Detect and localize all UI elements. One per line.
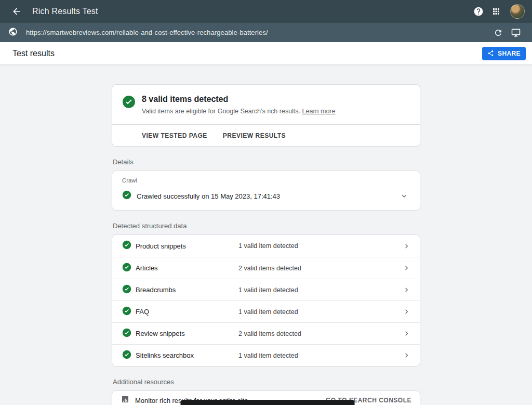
- summary-actions: VIEW TESTED PAGE PREVIEW RESULTS: [112, 124, 420, 146]
- check-circle-icon: [122, 328, 131, 339]
- crawl-status-text: Crawled successfully on 15 May 2023, 17:…: [137, 192, 280, 200]
- row-name: Articles: [136, 264, 238, 272]
- row-status: 2 valid items detected: [238, 265, 399, 272]
- url-bar: https://smartwebreviews.com/reliable-and…: [0, 23, 532, 42]
- chevron-right-icon[interactable]: [399, 326, 414, 341]
- results-bar: Test results SHARE: [0, 42, 532, 65]
- bar-chart-icon: [121, 395, 129, 405]
- bottom-dark-bar: [181, 400, 355, 405]
- globe-icon: [8, 27, 18, 38]
- user-avatar[interactable]: [510, 4, 525, 19]
- row-name: FAQ: [136, 308, 238, 316]
- structured-data-card: Product snippets 1 valid item detected A…: [112, 234, 420, 367]
- chevron-right-icon[interactable]: [399, 348, 414, 363]
- row-status: 1 valid item detected: [238, 352, 399, 359]
- crawl-row[interactable]: Crawled successfully on 15 May 2023, 17:…: [122, 189, 411, 203]
- chevron-right-icon[interactable]: [399, 261, 414, 276]
- share-button-label: SHARE: [498, 50, 521, 57]
- chevron-right-icon[interactable]: [399, 239, 414, 253]
- check-circle-icon: [122, 263, 131, 274]
- check-circle-icon: [122, 306, 131, 318]
- summary-title: 8 valid items detected: [142, 94, 335, 104]
- page-title: Test results: [12, 49, 55, 58]
- row-status: 2 valid items detected: [238, 330, 399, 337]
- share-button[interactable]: SHARE: [482, 47, 526, 60]
- preview-results-button[interactable]: PREVIEW RESULTS: [223, 132, 286, 139]
- check-circle-icon: [122, 284, 131, 296]
- structured-data-row-review-snippets[interactable]: Review snippets 2 valid items detected: [112, 322, 420, 344]
- back-arrow-icon[interactable]: [8, 3, 25, 20]
- main-content: 8 valid items detected Valid items are e…: [0, 65, 532, 405]
- learn-more-link[interactable]: Learn more: [302, 108, 336, 115]
- row-name: Breadcrumbs: [136, 286, 238, 294]
- success-check-icon: [122, 95, 136, 116]
- check-circle-icon: [122, 240, 131, 252]
- row-name: Review snippets: [136, 330, 238, 337]
- row-name: Sitelinks searchbox: [136, 351, 238, 359]
- help-icon[interactable]: [470, 3, 487, 20]
- apps-grid-icon[interactable]: [487, 3, 505, 20]
- structured-data-row-sitelinks-searchbox[interactable]: Sitelinks searchbox 1 valid item detecte…: [112, 344, 420, 366]
- check-circle-icon: [122, 350, 131, 361]
- chevron-right-icon[interactable]: [399, 283, 414, 297]
- summary-subtitle: Valid items are eligible for Google Sear…: [142, 107, 335, 116]
- row-status: 1 valid item detected: [238, 286, 399, 294]
- row-name: Product snippets: [136, 242, 238, 250]
- row-status: 1 valid item detected: [238, 242, 399, 250]
- chevron-down-icon[interactable]: [397, 189, 411, 203]
- share-icon: [487, 50, 494, 57]
- view-tested-page-button[interactable]: VIEW TESTED PAGE: [142, 132, 207, 139]
- app-header: Rich Results Test: [0, 0, 532, 23]
- details-section-label: Details: [113, 158, 420, 166]
- structured-data-row-faq[interactable]: FAQ 1 valid item detected: [112, 301, 420, 322]
- url-text[interactable]: https://smartwebreviews.com/reliable-and…: [26, 29, 268, 36]
- summary-subtitle-text: Valid items are eligible for Google Sear…: [142, 108, 302, 115]
- refresh-icon[interactable]: [489, 24, 507, 42]
- structured-data-section-label: Detected structured data: [113, 222, 420, 230]
- additional-resources-section-label: Additional resources: [113, 378, 420, 386]
- row-status: 1 valid item detected: [238, 308, 399, 316]
- crawl-label: Crawl: [122, 177, 411, 184]
- structured-data-row-breadcrumbs[interactable]: Breadcrumbs 1 valid item detected: [112, 279, 420, 301]
- summary-card: 8 valid items detected Valid items are e…: [112, 84, 420, 147]
- check-circle-icon: [122, 190, 131, 202]
- app-title: Rich Results Test: [32, 7, 98, 16]
- chevron-right-icon[interactable]: [399, 305, 414, 319]
- structured-data-row-articles[interactable]: Articles 2 valid items detected: [112, 257, 420, 279]
- crawl-card: Crawl Crawled successfully on 15 May 202…: [112, 171, 420, 211]
- desktop-view-icon[interactable]: [507, 24, 525, 42]
- structured-data-row-product-snippets[interactable]: Product snippets 1 valid item detected: [112, 235, 420, 257]
